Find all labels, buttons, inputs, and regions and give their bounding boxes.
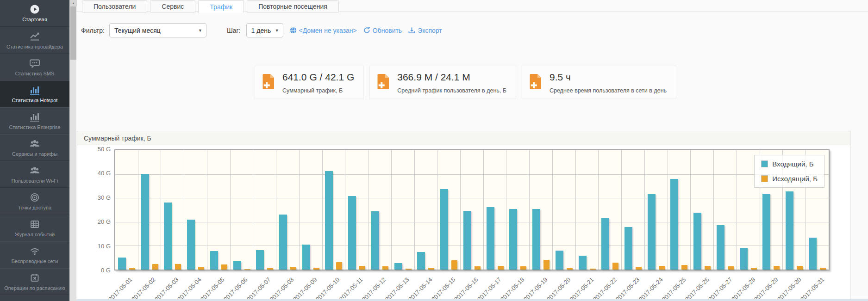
- bar-incoming[interactable]: [740, 248, 748, 270]
- bar-outgoing[interactable]: [659, 266, 665, 270]
- sidebar-item-statistika-provaydera[interactable]: Статистика провайдера: [0, 27, 69, 54]
- refresh-link[interactable]: Обновить: [363, 27, 402, 34]
- bar-incoming[interactable]: [786, 191, 793, 270]
- tab-povtornye-poseshcheniya[interactable]: Повторные посещения: [247, 0, 339, 12]
- table-icon: [29, 219, 40, 229]
- bar-outgoing[interactable]: [267, 268, 273, 270]
- y-tick-label: 10 G: [77, 243, 111, 250]
- bar-outgoing[interactable]: [820, 268, 826, 270]
- bar-outgoing[interactable]: [382, 266, 388, 270]
- bar-incoming[interactable]: [164, 203, 172, 270]
- bar-incoming[interactable]: [532, 209, 540, 270]
- step-label: Шаг:: [227, 27, 241, 34]
- bar-incoming[interactable]: [141, 174, 149, 270]
- bar-incoming[interactable]: [809, 238, 817, 270]
- bar-outgoing[interactable]: [705, 266, 711, 270]
- bar-group: [461, 150, 484, 270]
- bar-incoming[interactable]: [371, 211, 379, 270]
- bar-incoming[interactable]: [487, 207, 494, 270]
- x-axis-labels: 2017-05-012017-05-022017-05-032017-05-04…: [114, 274, 831, 301]
- bar-incoming[interactable]: [325, 171, 333, 270]
- bar-outgoing[interactable]: [336, 262, 342, 270]
- bar-incoming[interactable]: [256, 250, 264, 270]
- bar-incoming[interactable]: [762, 194, 770, 270]
- sidebar-item-operacii-po-raspisaniyu[interactable]: Операции по расписанию: [0, 268, 69, 295]
- bar-outgoing[interactable]: [751, 268, 757, 270]
- bar-incoming[interactable]: [348, 196, 356, 270]
- bar-group: [207, 150, 231, 270]
- bar-incoming[interactable]: [210, 251, 218, 270]
- sidebar-item-statistika-enterprise[interactable]: Статистика Enterprise: [0, 107, 69, 134]
- bar-outgoing[interactable]: [636, 267, 642, 270]
- bar-incoming[interactable]: [279, 215, 287, 270]
- bar-incoming[interactable]: [648, 194, 656, 270]
- sidebar-item-label: Беспроводные сети: [12, 258, 58, 264]
- bar-incoming[interactable]: [579, 256, 587, 270]
- bar-incoming[interactable]: [463, 211, 471, 270]
- bar-incoming[interactable]: [187, 220, 195, 270]
- bar-outgoing[interactable]: [475, 266, 481, 270]
- bar-incoming[interactable]: [693, 213, 701, 270]
- bar-outgoing[interactable]: [290, 267, 296, 270]
- sidebar-item-startovaya[interactable]: Стартовая: [0, 0, 69, 27]
- sidebar-item-label: Статистика Enterprise: [9, 124, 61, 130]
- bar-incoming[interactable]: [440, 189, 448, 270]
- bar-outgoing[interactable]: [406, 269, 412, 270]
- bar-outgoing[interactable]: [728, 266, 734, 270]
- bar-outgoing[interactable]: [681, 265, 687, 270]
- domain-link[interactable]: <Домен не указан>: [290, 27, 357, 34]
- chart-legend: Входящий, БИсходящий, Б: [754, 155, 824, 188]
- bar-incoming[interactable]: [118, 258, 126, 270]
- bar-incoming[interactable]: [417, 252, 425, 270]
- sidebar-item-besprovodnye-seti[interactable]: Беспроводные сети: [0, 241, 69, 268]
- bar-outgoing[interactable]: [451, 260, 457, 270]
- bar-incoming[interactable]: [670, 179, 678, 270]
- bar-group: [714, 150, 737, 270]
- bar-outgoing[interactable]: [543, 260, 550, 270]
- export-link-label: Экспорт: [418, 27, 442, 34]
- bar-outgoing[interactable]: [498, 266, 504, 270]
- bar-outgoing[interactable]: [221, 264, 227, 270]
- sidebar-item-statistika-sms[interactable]: Статистика SMS: [0, 54, 69, 80]
- bar-outgoing[interactable]: [428, 268, 434, 270]
- bar-incoming[interactable]: [233, 261, 241, 270]
- bar-incoming[interactable]: [624, 227, 632, 270]
- bar-incoming[interactable]: [717, 225, 724, 270]
- step-select[interactable]: 1 день ▼: [246, 23, 283, 37]
- sidebar-item-polzovateli-wifi[interactable]: Пользователи Wi-Fi: [0, 161, 69, 188]
- bar-outgoing[interactable]: [313, 268, 319, 270]
- period-select[interactable]: Текущий месяц ▼: [109, 23, 206, 37]
- bar-outgoing[interactable]: [520, 266, 526, 270]
- sidebar-item-servisy-i-tarify[interactable]: Сервисы и тарифы: [0, 134, 69, 161]
- bar-incoming[interactable]: [601, 218, 609, 270]
- sidebar-item-label: Журнал событий: [15, 232, 55, 237]
- bar-outgoing[interactable]: [612, 263, 618, 270]
- scroll-up-arrow-icon[interactable]: ▲: [70, 0, 77, 6]
- bar-outgoing[interactable]: [774, 266, 780, 270]
- bar-outgoing[interactable]: [129, 268, 135, 270]
- vertical-scrollbar[interactable]: ▲: [69, 0, 76, 301]
- tab-polzovateli[interactable]: Пользователи: [82, 0, 147, 12]
- tab-trafik[interactable]: Трафик: [198, 0, 244, 13]
- bar-incoming[interactable]: [302, 245, 310, 270]
- bar-outgoing[interactable]: [590, 269, 596, 270]
- bar-incoming[interactable]: [394, 263, 402, 270]
- sidebar-item-tochki-dostupa[interactable]: Точки доступа: [0, 188, 69, 215]
- bar-outgoing[interactable]: [797, 266, 803, 270]
- file-plus-icon: [377, 72, 390, 94]
- bar-incoming[interactable]: [509, 209, 517, 270]
- bar-incoming[interactable]: [556, 251, 563, 270]
- bar-outgoing[interactable]: [244, 269, 250, 270]
- tab-label: Трафик: [210, 3, 232, 11]
- scrollbar-thumb[interactable]: [70, 6, 76, 60]
- bar-outgoing[interactable]: [152, 264, 158, 270]
- bar-outgoing[interactable]: [198, 267, 204, 270]
- bar-outgoing[interactable]: [359, 266, 365, 270]
- sidebar-item-zhurnal-sobytiy[interactable]: Журнал событий: [0, 215, 69, 241]
- bar-outgoing[interactable]: [175, 264, 181, 270]
- bar-outgoing[interactable]: [567, 268, 573, 270]
- sidebar-item-statistika-hotspot[interactable]: Статистика Hotspot: [0, 80, 69, 107]
- file-plus-icon: [530, 72, 542, 94]
- export-link[interactable]: Экспорт: [408, 27, 442, 34]
- tab-servis[interactable]: Сервис: [150, 0, 195, 12]
